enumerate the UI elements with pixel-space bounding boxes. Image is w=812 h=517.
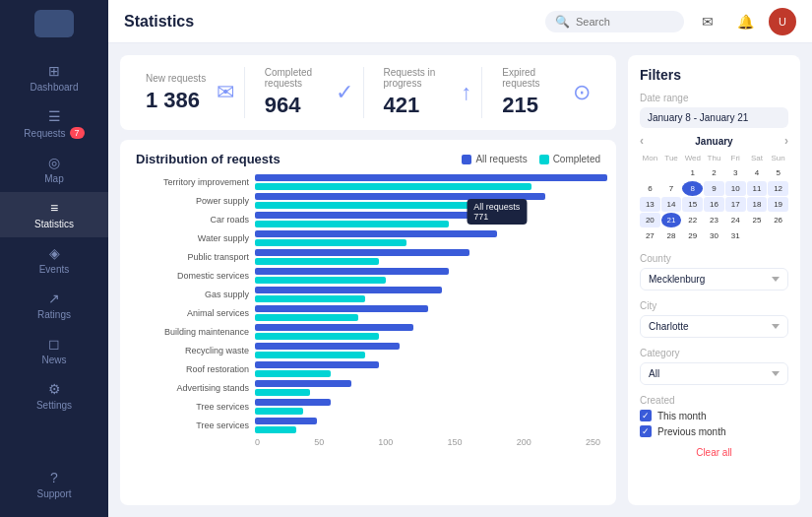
bar-completed[interactable] <box>255 370 331 377</box>
category-select[interactable]: AllOther <box>640 362 788 385</box>
sidebar-item-map[interactable]: ◎ Map <box>0 147 108 192</box>
calendar-day[interactable]: 8 <box>682 181 703 196</box>
stat-icon: ↑ <box>461 80 471 105</box>
sidebar-item-requests[interactable]: ☰ Requests 7 <box>0 100 108 147</box>
bar-all[interactable] <box>255 399 331 406</box>
county-select[interactable]: MecklenburgOther <box>640 268 788 291</box>
calendar-day[interactable]: 25 <box>747 213 768 227</box>
x-axis-label: 200 <box>517 437 531 447</box>
calendar-day[interactable]: 5 <box>768 165 788 180</box>
bar-completed[interactable] <box>255 426 296 433</box>
bar-all[interactable] <box>255 249 469 256</box>
bar-completed[interactable] <box>255 408 303 415</box>
calendar-day[interactable]: 12 <box>768 181 788 196</box>
cal-prev-button[interactable]: ‹ <box>640 134 644 148</box>
bar-completed[interactable] <box>255 183 531 190</box>
sidebar-item-statistics[interactable]: ≡ Statistics <box>0 192 108 237</box>
filters-panel: Filters Date range January 8 - January 2… <box>628 55 800 505</box>
calendar-day[interactable]: 7 <box>661 181 682 196</box>
bar-all[interactable] <box>255 418 317 424</box>
calendar-day[interactable]: 15 <box>682 197 703 212</box>
bar-completed[interactable] <box>255 258 379 265</box>
calendar-day[interactable]: 31 <box>725 228 746 243</box>
bar-completed[interactable] <box>255 221 449 227</box>
user-avatar[interactable]: U <box>769 8 796 35</box>
calendar-day[interactable]: 23 <box>704 213 724 227</box>
bar-all[interactable] <box>255 174 607 181</box>
bars-container <box>255 268 600 284</box>
sidebar-item-ratings[interactable]: ↗ Ratings <box>0 283 108 328</box>
calendar-day[interactable]: 1 <box>682 165 703 180</box>
calendar-day[interactable]: 10 <box>725 181 746 196</box>
checkbox[interactable]: ✓ <box>640 425 652 437</box>
calendar-day[interactable]: 6 <box>640 181 660 196</box>
checkbox-row[interactable]: ✓ This month <box>640 410 788 421</box>
city-select[interactable]: CharlotteOther <box>640 315 788 338</box>
header: Statistics 🔍 ✉ 🔔 U <box>108 0 812 43</box>
calendar-day[interactable]: 26 <box>768 213 788 227</box>
search-input[interactable] <box>576 16 674 28</box>
calendar-day[interactable]: 18 <box>747 197 768 212</box>
ratings-icon: ↗ <box>48 291 60 306</box>
calendar-day[interactable]: 27 <box>640 228 660 243</box>
bell-icon[interactable]: 🔔 <box>731 8 759 35</box>
calendar-day[interactable]: 21 <box>661 213 682 227</box>
calendar-day[interactable]: 17 <box>725 197 746 212</box>
bar-all[interactable] <box>255 324 413 331</box>
calendar-day[interactable]: 30 <box>704 228 724 243</box>
dashboard-icon: ⊞ <box>48 63 60 79</box>
calendar-day[interactable]: 3 <box>725 165 746 180</box>
sidebar-item-settings[interactable]: ⚙ Settings <box>0 373 108 419</box>
bar-all[interactable] <box>255 343 400 350</box>
bar-completed[interactable] <box>255 389 310 396</box>
calendar-day[interactable]: 13 <box>640 197 660 212</box>
bar-row: Recycling waste <box>136 343 600 358</box>
sidebar-item-label: Settings <box>36 400 72 411</box>
calendar-day[interactable]: 28 <box>661 228 682 243</box>
calendar-day[interactable]: 24 <box>725 213 746 227</box>
bar-completed[interactable] <box>255 202 476 209</box>
calendar-day[interactable]: 4 <box>747 165 768 180</box>
sidebar-item-label: Map <box>44 173 63 184</box>
sidebar-item-events[interactable]: ◈ Events <box>0 237 108 283</box>
search-box[interactable]: 🔍 <box>545 11 684 32</box>
x-axis-label: 150 <box>448 437 463 447</box>
bar-all[interactable] <box>255 230 497 237</box>
cal-next-button[interactable]: › <box>784 134 788 148</box>
bar-completed[interactable] <box>255 239 406 246</box>
bar-completed[interactable] <box>255 277 386 284</box>
calendar-day[interactable]: 20 <box>640 213 660 227</box>
calendar-day[interactable]: 2 <box>704 165 724 180</box>
bar-all[interactable] <box>255 287 442 293</box>
bar-row: Water supply All requests771 <box>136 230 600 246</box>
sidebar-item-news[interactable]: ◻ News <box>0 328 108 373</box>
bar-all[interactable] <box>255 305 428 312</box>
calendar-day[interactable]: 29 <box>682 228 703 243</box>
bar-all[interactable] <box>255 380 351 387</box>
calendar-day[interactable]: 14 <box>661 197 682 212</box>
bars-container <box>255 418 600 433</box>
bar-all[interactable] <box>255 268 449 275</box>
bar-completed[interactable] <box>255 352 365 358</box>
calendar-day <box>747 228 768 243</box>
calendar-day[interactable]: 9 <box>704 181 724 196</box>
sidebar-item-support[interactable]: ? Support <box>36 462 71 507</box>
clear-all-button[interactable]: Clear all <box>640 447 788 458</box>
bar-all[interactable] <box>255 361 379 368</box>
stat-info: Expired requests 215 <box>502 67 573 118</box>
bar-completed[interactable] <box>255 314 358 321</box>
calendar-day[interactable]: 19 <box>768 197 788 212</box>
bar-completed[interactable] <box>255 333 379 340</box>
date-range-value[interactable]: January 8 - January 21 <box>640 107 788 128</box>
checkbox-row[interactable]: ✓ Previous month <box>640 425 788 437</box>
calendar-day[interactable]: 16 <box>704 197 724 212</box>
checkbox[interactable]: ✓ <box>640 410 652 421</box>
calendar-day[interactable]: 22 <box>682 213 703 227</box>
calendar-day-header: Wed <box>682 152 703 164</box>
bar-completed[interactable] <box>255 295 365 302</box>
email-icon[interactable]: ✉ <box>694 8 721 35</box>
sidebar-item-dashboard[interactable]: ⊞ Dashboard <box>0 55 108 100</box>
calendar-day[interactable]: 11 <box>747 181 768 196</box>
calendar-month: January <box>695 136 732 147</box>
checkbox-label: This month <box>657 411 706 421</box>
